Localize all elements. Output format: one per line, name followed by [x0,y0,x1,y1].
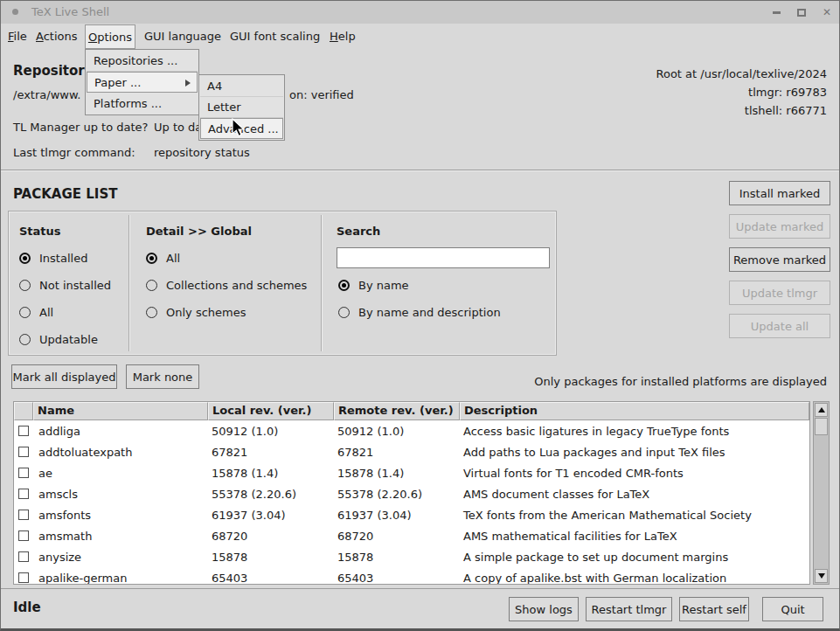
row-checkbox[interactable] [18,510,29,520]
detail-group-heading: Detail >> Global [146,225,252,238]
close-icon[interactable]: ✕ [822,7,832,17]
radio-label: Collections and schemes [166,279,307,292]
pkg-local-rev: 15878 [208,551,334,564]
pkg-remote-rev: 15878 (1.4) [334,467,460,480]
mark-none-button[interactable]: Mark none [126,364,199,389]
app-icon [12,9,18,15]
row-checkbox[interactable] [18,468,29,478]
pkg-name: amscls [33,488,208,501]
minimize-icon[interactable] [771,7,781,17]
pkg-remote-rev: 67821 [334,446,460,459]
table-row[interactable]: addtoluatexpath 67821 67821 Add paths to… [14,441,809,462]
install-marked-button[interactable]: Install marked [729,181,830,205]
menu-file[interactable]: File [8,30,27,43]
options-dropdown-menu: Repositories ... Paper ... Platforms ... [85,49,199,115]
radio-collections-schemes[interactable]: Collections and schemes [146,279,307,292]
uptodate-label: TL Manager up to date? [13,121,148,134]
menu-item-a4[interactable]: A4 [200,76,283,97]
radio-icon [19,280,31,291]
pkg-remote-rev: 68720 [334,530,460,543]
table-row[interactable]: anysize 15878 15878 A simple package to … [14,546,809,567]
pkg-local-rev: 67821 [208,446,334,459]
menu-options-label: Options [88,31,132,44]
show-logs-button[interactable]: Show logs [509,597,579,621]
radio-label: Only schemes [166,306,246,319]
table-row[interactable]: amscls 55378 (2.20.6) 55378 (2.20.6) AMS… [14,483,809,504]
scroll-up-icon[interactable] [815,403,828,417]
radio-only-schemes[interactable]: Only schemes [146,306,246,319]
radio-label: By name [358,279,409,292]
menu-help[interactable]: Help [330,30,356,43]
package-table[interactable]: Name Local rev. (ver.) Remote rev. (ver.… [13,401,810,585]
menu-actions[interactable]: Actions [36,30,78,43]
table-row[interactable]: ae 15878 (1.4) 15878 (1.4) Virtual fonts… [14,462,809,483]
menu-options[interactable]: Options [85,24,135,49]
pkg-name: ae [33,467,208,480]
pkg-description: Add paths to Lua packages and input TeX … [460,446,809,459]
maximize-icon[interactable] [796,7,807,17]
pkg-description: A simple package to set up document marg… [460,551,809,564]
menu-gui-language[interactable]: GUI language [144,30,221,43]
radio-detail-all[interactable]: All [146,252,180,265]
radio-label: All [166,252,180,265]
pkg-name: amsfonts [33,509,208,522]
radio-updatable[interactable]: Updatable [19,333,98,346]
status-group-heading: Status [19,225,61,238]
last-command-label: Last tlmgr command: [13,146,135,159]
header-name[interactable]: Name [33,402,208,420]
header-description[interactable]: Description [460,402,809,420]
radio-icon [19,307,31,318]
pkg-remote-rev: 61937 (3.04) [334,509,460,522]
menu-gui-font-scaling[interactable]: GUI font scaling [230,30,320,43]
last-command-value: repository status [154,146,250,159]
table-scrollbar[interactable] [813,401,830,585]
radio-by-name-description[interactable]: By name and description [338,306,501,319]
menu-item-platforms[interactable]: Platforms ... [87,93,198,114]
header-local-rev[interactable]: Local rev. (ver.) [208,402,334,420]
header-remote-rev[interactable]: Remote rev. (ver.) [334,402,460,420]
titlebar[interactable]: TeX Live Shell ✕ [1,1,839,24]
menu-item-paper[interactable]: Paper ... [87,72,198,93]
pkg-local-rev: 61937 (3.04) [208,509,334,522]
remove-marked-button[interactable]: Remove marked [729,247,830,272]
menu-item-label: Paper ... [94,76,141,89]
row-checkbox[interactable] [18,489,29,499]
row-checkbox[interactable] [18,426,29,436]
radio-icon [19,334,31,345]
pkg-local-rev: 15878 (1.4) [208,467,334,480]
radio-not-installed[interactable]: Not installed [19,279,111,292]
row-checkbox[interactable] [18,572,29,583]
restart-self-button[interactable]: Restart self [679,597,749,621]
table-row[interactable]: amsmath 68720 68720 AMS mathematical fac… [14,525,809,546]
section-separator [1,170,839,171]
quit-button[interactable]: Quit [762,597,823,621]
window-title: TeX Live Shell [31,5,109,18]
scrollbar-thumb[interactable] [815,418,828,435]
table-row[interactable]: amsfonts 61937 (3.04) 61937 (3.04) TeX f… [14,504,809,525]
menu-item-letter[interactable]: Letter [200,97,283,118]
pkg-local-rev: 68720 [208,530,334,543]
status-text: Idle [13,600,41,615]
search-input[interactable] [337,247,550,268]
restart-tlmgr-button[interactable]: Restart tlmgr [586,597,672,621]
tlshell-revision: tlshell: r66771 [656,101,827,120]
radio-icon [338,307,350,318]
row-checkbox[interactable] [18,530,29,541]
search-group-heading: Search [337,225,380,238]
table-row[interactable]: addliga 50912 (1.0) 50912 (1.0) Access b… [14,420,809,441]
pkg-remote-rev: 55378 (2.20.6) [334,488,460,501]
menu-item-repositories[interactable]: Repositories ... [87,51,198,72]
radio-installed[interactable]: Installed [19,252,87,265]
texlive-shell-window: TeX Live Shell ✕ File Actions Options GU… [0,0,840,631]
menu-item-label: Repositories ... [94,54,177,67]
radio-by-name[interactable]: By name [338,279,409,292]
row-checkbox[interactable] [18,447,29,457]
window-controls: ✕ [771,1,832,24]
menu-item-label: A4 [207,80,222,93]
row-checkbox[interactable] [18,551,29,562]
mark-all-displayed-button[interactable]: Mark all displayed [11,364,117,389]
header-checkbox-column[interactable] [14,402,33,420]
table-row[interactable]: apalike-german 65403 65403 A copy of apa… [14,567,809,585]
scroll-down-icon[interactable] [815,569,828,583]
radio-status-all[interactable]: All [19,306,53,319]
